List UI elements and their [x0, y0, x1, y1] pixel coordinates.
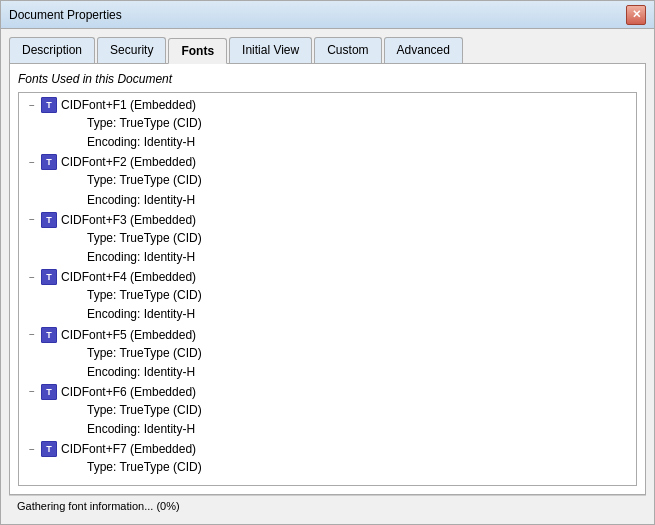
font-name-row: − T CIDFont+F5 (Embedded) — [27, 327, 628, 343]
font-detail: Type: TrueType (CID) Encoding: Identity-… — [27, 344, 628, 382]
font-name-label: CIDFont+F7 (Embedded) — [61, 442, 196, 456]
font-detail: Type: TrueType (CID) Encoding: Identity-… — [27, 171, 628, 209]
font-type: Type: TrueType (CID) — [87, 458, 628, 477]
tab-initial-view[interactable]: Initial View — [229, 37, 312, 63]
list-item: − T CIDFont+F7 (Embedded) Type: TrueType… — [27, 441, 628, 477]
font-detail: Type: TrueType (CID) Encoding: Identity-… — [27, 114, 628, 152]
collapse-icon[interactable]: − — [27, 215, 37, 225]
font-type: Type: TrueType (CID) — [87, 171, 628, 190]
collapse-icon[interactable]: − — [27, 157, 37, 167]
font-type: Type: TrueType (CID) — [87, 286, 628, 305]
fonts-panel: Fonts Used in this Document − T CIDFont+… — [9, 64, 646, 495]
font-name-label: CIDFont+F3 (Embedded) — [61, 213, 196, 227]
dialog-window: Document Properties ✕ Description Securi… — [0, 0, 655, 525]
font-detail: Type: TrueType (CID) Encoding: Identity-… — [27, 401, 628, 439]
dialog-content: Description Security Fonts Initial View … — [1, 29, 654, 524]
font-encoding: Encoding: Identity-H — [87, 248, 628, 267]
font-type: Type: TrueType (CID) — [87, 229, 628, 248]
font-name-label: CIDFont+F1 (Embedded) — [61, 98, 196, 112]
font-name-label: CIDFont+F2 (Embedded) — [61, 155, 196, 169]
dialog-title: Document Properties — [9, 8, 122, 22]
status-bar: Gathering font information... (0%) — [9, 495, 646, 516]
font-name-row: − T CIDFont+F4 (Embedded) — [27, 269, 628, 285]
tab-custom[interactable]: Custom — [314, 37, 381, 63]
close-button[interactable]: ✕ — [626, 5, 646, 25]
list-item: − T CIDFont+F3 (Embedded) Type: TrueType… — [27, 212, 628, 267]
font-name-row: − T CIDFont+F2 (Embedded) — [27, 154, 628, 170]
font-icon: T — [41, 269, 57, 285]
title-bar: Document Properties ✕ — [1, 1, 654, 29]
panel-section-label: Fonts Used in this Document — [18, 72, 637, 86]
tab-advanced[interactable]: Advanced — [384, 37, 463, 63]
font-encoding: Encoding: Identity-H — [87, 191, 628, 210]
font-encoding: Encoding: Identity-H — [87, 363, 628, 382]
font-name-row: − T CIDFont+F1 (Embedded) — [27, 97, 628, 113]
list-item: − T CIDFont+F1 (Embedded) Type: TrueType… — [27, 97, 628, 152]
list-item: − T CIDFont+F4 (Embedded) Type: TrueType… — [27, 269, 628, 324]
font-type: Type: TrueType (CID) — [87, 344, 628, 363]
font-name-row: − T CIDFont+F6 (Embedded) — [27, 384, 628, 400]
font-icon: T — [41, 327, 57, 343]
list-item: − T CIDFont+F2 (Embedded) Type: TrueType… — [27, 154, 628, 209]
font-name-label: CIDFont+F6 (Embedded) — [61, 385, 196, 399]
font-icon: T — [41, 384, 57, 400]
collapse-icon[interactable]: − — [27, 272, 37, 282]
font-icon: T — [41, 212, 57, 228]
font-name-row: − T CIDFont+F3 (Embedded) — [27, 212, 628, 228]
tab-description[interactable]: Description — [9, 37, 95, 63]
tab-bar: Description Security Fonts Initial View … — [9, 37, 646, 64]
font-detail: Type: TrueType (CID) — [27, 458, 628, 477]
font-icon: T — [41, 154, 57, 170]
status-text: Gathering font information... (0%) — [17, 500, 180, 512]
tab-security[interactable]: Security — [97, 37, 166, 63]
collapse-icon[interactable]: − — [27, 444, 37, 454]
font-detail: Type: TrueType (CID) Encoding: Identity-… — [27, 286, 628, 324]
font-encoding: Encoding: Identity-H — [87, 133, 628, 152]
font-icon: T — [41, 97, 57, 113]
font-name-row: − T CIDFont+F7 (Embedded) — [27, 441, 628, 457]
tab-fonts[interactable]: Fonts — [168, 38, 227, 64]
list-item: − T CIDFont+F5 (Embedded) Type: TrueType… — [27, 327, 628, 382]
collapse-icon[interactable]: − — [27, 330, 37, 340]
font-type: Type: TrueType (CID) — [87, 401, 628, 420]
font-name-label: CIDFont+F4 (Embedded) — [61, 270, 196, 284]
font-detail: Type: TrueType (CID) Encoding: Identity-… — [27, 229, 628, 267]
font-list: − T CIDFont+F1 (Embedded) Type: TrueType… — [19, 93, 636, 483]
list-item: − T CIDFont+F6 (Embedded) Type: TrueType… — [27, 384, 628, 439]
font-encoding: Encoding: Identity-H — [87, 305, 628, 324]
font-type: Type: TrueType (CID) — [87, 114, 628, 133]
font-encoding: Encoding: Identity-H — [87, 420, 628, 439]
collapse-icon[interactable]: − — [27, 100, 37, 110]
font-name-label: CIDFont+F5 (Embedded) — [61, 328, 196, 342]
font-icon: T — [41, 441, 57, 457]
font-list-container[interactable]: − T CIDFont+F1 (Embedded) Type: TrueType… — [18, 92, 637, 486]
collapse-icon[interactable]: − — [27, 387, 37, 397]
